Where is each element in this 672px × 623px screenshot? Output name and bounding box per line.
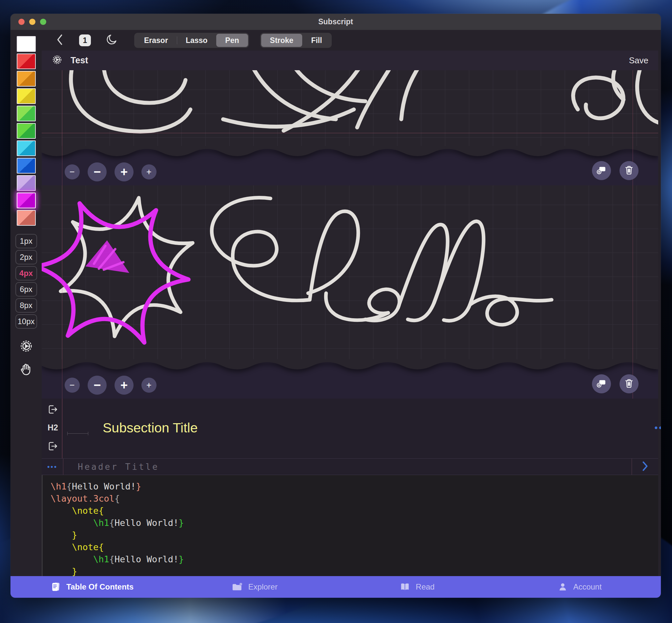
chevron-right-icon bbox=[641, 461, 649, 472]
color-swatch-lavender[interactable] bbox=[17, 175, 36, 191]
gear-icon bbox=[52, 54, 63, 67]
nav-label: Account bbox=[573, 582, 602, 592]
margin-line bbox=[42, 133, 658, 133]
code-line: \h1{Hello World!} bbox=[51, 553, 658, 565]
nav-table-of-contents[interactable]: Table Of Contents bbox=[10, 576, 173, 598]
mode-option-fill[interactable]: Fill bbox=[302, 34, 331, 47]
table-of-contents-icon bbox=[50, 581, 61, 592]
tool-segmented-control: ErasorLassoPen bbox=[134, 33, 249, 48]
folder-gear-icon bbox=[231, 582, 243, 592]
section-separator: −−++ bbox=[42, 359, 658, 398]
add-page-button[interactable] bbox=[592, 374, 611, 393]
export-block-button[interactable] bbox=[47, 404, 58, 416]
stroke-size-2px[interactable]: 2px bbox=[16, 250, 37, 264]
add-page-icon bbox=[596, 378, 607, 390]
header-title-row: ••• bbox=[42, 458, 658, 475]
color-swatch-salmon[interactable] bbox=[17, 210, 36, 226]
color-swatch-green[interactable] bbox=[17, 123, 36, 139]
chevron-left-icon bbox=[55, 34, 64, 47]
code-line: } bbox=[51, 565, 658, 576]
export-icon bbox=[47, 447, 58, 453]
header-title-input[interactable] bbox=[63, 462, 632, 472]
stroke-size-10px[interactable]: 10px bbox=[16, 314, 37, 329]
zoom-in-lg-button[interactable]: + bbox=[115, 162, 134, 181]
delete-section-button[interactable] bbox=[619, 374, 639, 393]
mode-option-stroke[interactable]: Stroke bbox=[261, 34, 302, 47]
drawing-canvas-main[interactable] bbox=[42, 185, 658, 359]
color-swatch-cyan[interactable] bbox=[17, 141, 36, 156]
nav-read[interactable]: Read bbox=[336, 576, 498, 598]
stroke-size-4px[interactable]: 4px bbox=[16, 266, 37, 280]
main-column: 1 ErasorLassoPen StrokeFill bbox=[42, 30, 658, 576]
code-editor[interactable]: \h1{Hello World!}\layout.3col{ \note{ \h… bbox=[42, 475, 658, 576]
stroke-size-8px[interactable]: 8px bbox=[16, 298, 37, 313]
add-page-icon bbox=[596, 165, 607, 177]
ink-strokes bbox=[42, 70, 658, 146]
zoom-out-sm-button[interactable]: − bbox=[65, 378, 80, 393]
margin-line bbox=[62, 185, 62, 359]
nav-account[interactable]: Account bbox=[498, 576, 661, 598]
open-book-icon bbox=[399, 582, 410, 592]
subsection-title-text: Subsection Title bbox=[103, 420, 198, 436]
margin-line bbox=[62, 70, 62, 146]
color-swatch-lime[interactable] bbox=[17, 106, 36, 121]
zoom-out-lg-button[interactable]: − bbox=[88, 162, 107, 181]
tool-option-erasor[interactable]: Erasor bbox=[135, 34, 177, 47]
stroke-size-1px[interactable]: 1px bbox=[16, 234, 37, 248]
color-swatch-yellow[interactable] bbox=[17, 88, 36, 104]
color-palette bbox=[17, 36, 36, 227]
code-line: \h1{Hello World!} bbox=[51, 480, 658, 493]
trash-icon bbox=[624, 165, 634, 177]
add-page-button[interactable] bbox=[592, 161, 611, 180]
dark-mode-button[interactable] bbox=[105, 34, 118, 47]
bottom-navigation: Table Of Contents Explorer Read bbox=[10, 576, 661, 598]
save-button[interactable]: Save bbox=[629, 55, 648, 66]
trash-icon bbox=[624, 378, 634, 390]
row-expand-button[interactable] bbox=[632, 458, 658, 475]
zoom-in-sm-button[interactable]: + bbox=[141, 378, 156, 393]
margin-line bbox=[62, 146, 62, 185]
section-more-button[interactable]: ••• bbox=[641, 423, 661, 433]
color-swatch-orange[interactable] bbox=[17, 71, 36, 87]
code-line: \note{ bbox=[51, 505, 658, 517]
document-settings-button[interactable] bbox=[52, 54, 63, 67]
zoom-in-sm-button[interactable]: + bbox=[141, 165, 156, 179]
canvas-settings-button[interactable] bbox=[19, 339, 33, 353]
code-line: \layout.3col{ bbox=[51, 493, 658, 505]
page-number-badge[interactable]: 1 bbox=[79, 34, 91, 46]
code-line: } bbox=[51, 529, 658, 541]
zoom-out-sm-button[interactable]: − bbox=[65, 165, 80, 179]
nav-explorer[interactable]: Explorer bbox=[173, 576, 336, 598]
section-actions bbox=[592, 161, 639, 180]
tool-option-pen[interactable]: Pen bbox=[216, 34, 248, 47]
section-zoom-controls: −−++ bbox=[65, 162, 156, 181]
nav-label: Read bbox=[416, 582, 434, 592]
margin-line bbox=[62, 359, 62, 398]
row-more-button[interactable]: ••• bbox=[42, 458, 63, 475]
wave-edge bbox=[42, 146, 658, 160]
color-swatch-red[interactable] bbox=[17, 54, 36, 69]
pan-tool-button[interactable] bbox=[19, 362, 34, 377]
zoom-out-lg-button[interactable]: − bbox=[88, 376, 107, 395]
stroke-fill-segmented-control: StrokeFill bbox=[260, 33, 332, 48]
color-swatch-blue[interactable] bbox=[17, 158, 36, 174]
delete-section-button[interactable] bbox=[619, 161, 639, 180]
zoom-in-lg-button[interactable]: + bbox=[115, 376, 134, 395]
margin-line bbox=[633, 70, 633, 146]
drawing-canvas-top[interactable] bbox=[42, 70, 658, 146]
nav-label: Explorer bbox=[249, 582, 277, 592]
color-swatch-magenta[interactable] bbox=[17, 192, 36, 208]
color-swatch-white[interactable] bbox=[17, 36, 36, 52]
margin-line bbox=[62, 398, 62, 458]
hand-icon bbox=[19, 362, 34, 377]
section-separator: −−++ bbox=[42, 146, 658, 185]
section-zoom-controls: −−++ bbox=[65, 376, 156, 395]
tool-option-lasso[interactable]: Lasso bbox=[177, 34, 216, 47]
heading-level-label[interactable]: H2 bbox=[48, 423, 58, 433]
moon-icon bbox=[106, 33, 118, 47]
export-block-button[interactable] bbox=[47, 441, 58, 453]
stroke-size-6px[interactable]: 6px bbox=[16, 282, 37, 297]
section-actions bbox=[592, 374, 639, 393]
window-body: 1px2px4px6px8px10px bbox=[10, 30, 661, 576]
back-button[interactable] bbox=[54, 35, 65, 46]
